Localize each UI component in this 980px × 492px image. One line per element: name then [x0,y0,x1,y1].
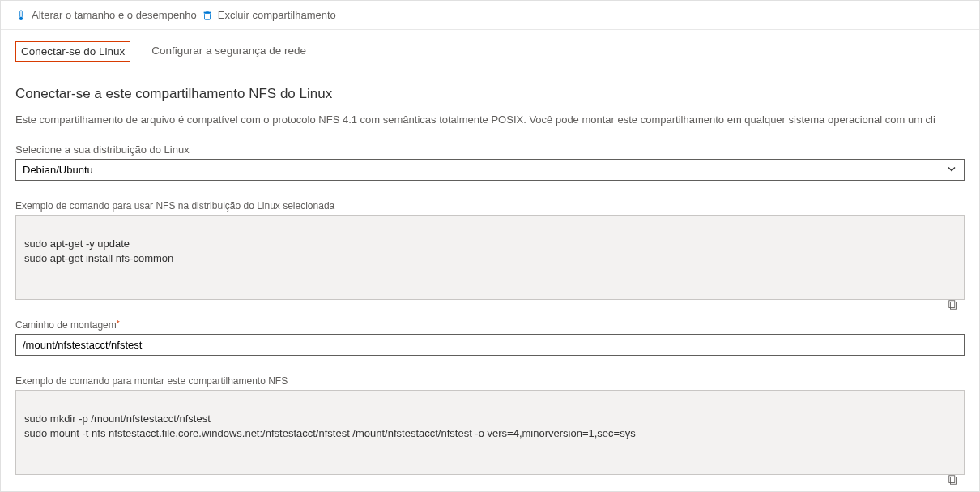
delete-share-button[interactable]: Excluir compartilhamento [202,9,336,21]
distro-select[interactable] [15,159,965,181]
install-cmd-text: sudo apt-get -y update sudo apt-get inst… [24,237,173,264]
copy-icon[interactable] [948,460,959,471]
command-bar: Alterar o tamanho e o desempenho Excluir… [1,1,979,30]
page-description: Este compartilhamento de arquivo é compa… [15,113,965,126]
svg-rect-3 [203,11,211,13]
tab-connect-linux[interactable]: Conectar-se do Linux [15,41,130,62]
svg-point-1 [19,16,23,19]
page-title: Conectar-se a este compartilhamento NFS … [15,86,965,102]
install-cmd-label: Exemplo de comando para usar NFS na dist… [15,200,965,212]
resize-performance-button[interactable]: Alterar o tamanho e o desempenho [15,9,197,21]
mount-path-input[interactable] [15,334,965,356]
mount-cmd-box: sudo mkdir -p /mount/nfstestacct/nfstest… [15,390,965,475]
tab-configure-security[interactable]: Configurar a segurança de rede [147,41,311,62]
copy-icon[interactable] [948,285,959,296]
thermometer-icon [15,10,27,21]
mount-cmd-text: sudo mkdir -p /mount/nfstestacct/nfstest… [24,413,636,439]
mount-path-label: Caminho de montagem* [15,319,965,331]
delete-share-label: Excluir compartilhamento [218,9,336,21]
resize-performance-label: Alterar o tamanho e o desempenho [32,9,197,21]
tab-bar: Conectar-se do Linux Configurar a segura… [1,30,979,66]
distro-select-wrap [15,159,965,181]
svg-rect-0 [20,10,23,17]
install-cmd-box: sudo apt-get -y update sudo apt-get inst… [15,215,965,300]
distro-label: Selecione a sua distribuição do Linux [15,143,965,156]
trash-icon [202,10,213,21]
mount-cmd-label: Exemplo de comando para montar este comp… [15,375,965,387]
required-star-icon: * [117,319,120,328]
svg-rect-4 [206,11,209,11]
tab-content: Conectar-se a este compartilhamento NFS … [1,66,979,492]
svg-rect-2 [204,13,210,19]
